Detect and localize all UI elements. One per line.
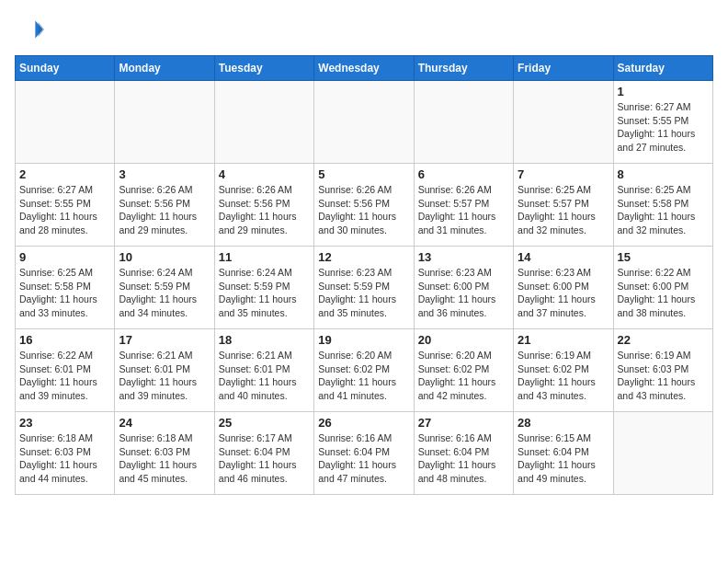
calendar-cell: 20Sunrise: 6:20 AM Sunset: 6:02 PM Dayli… — [414, 329, 513, 412]
calendar-cell — [613, 412, 712, 495]
day-number: 23 — [19, 416, 110, 430]
calendar-cell: 19Sunrise: 6:20 AM Sunset: 6:02 PM Dayli… — [314, 329, 414, 412]
day-number: 5 — [318, 167, 409, 181]
svg-marker-1 — [39, 22, 44, 37]
day-info: Sunrise: 6:18 AM Sunset: 6:03 PM Dayligh… — [119, 431, 210, 486]
day-number: 3 — [119, 167, 210, 181]
day-info: Sunrise: 6:21 AM Sunset: 6:01 PM Dayligh… — [119, 349, 210, 403]
calendar-weekday-tuesday: Tuesday — [214, 56, 313, 81]
day-number: 14 — [518, 250, 609, 264]
calendar-weekday-sunday: Sunday — [16, 56, 115, 81]
day-number: 28 — [518, 416, 609, 430]
calendar-week-row: 2Sunrise: 6:27 AM Sunset: 5:55 PM Daylig… — [16, 164, 713, 247]
calendar-cell: 4Sunrise: 6:26 AM Sunset: 5:56 PM Daylig… — [214, 164, 313, 247]
calendar-table: SundayMondayTuesdayWednesdayThursdayFrid… — [15, 55, 713, 495]
day-info: Sunrise: 6:25 AM Sunset: 5:57 PM Dayligh… — [518, 183, 609, 237]
calendar-week-row: 23Sunrise: 6:18 AM Sunset: 6:03 PM Dayli… — [16, 412, 713, 495]
day-info: Sunrise: 6:25 AM Sunset: 5:58 PM Dayligh… — [19, 266, 110, 320]
day-info: Sunrise: 6:23 AM Sunset: 6:00 PM Dayligh… — [518, 266, 609, 320]
day-info: Sunrise: 6:21 AM Sunset: 6:01 PM Dayligh… — [219, 349, 310, 403]
calendar-cell: 18Sunrise: 6:21 AM Sunset: 6:01 PM Dayli… — [214, 329, 313, 412]
day-info: Sunrise: 6:23 AM Sunset: 6:00 PM Dayligh… — [418, 266, 509, 320]
day-info: Sunrise: 6:15 AM Sunset: 6:04 PM Dayligh… — [518, 431, 609, 486]
calendar-cell: 23Sunrise: 6:18 AM Sunset: 6:03 PM Dayli… — [16, 412, 115, 495]
day-info: Sunrise: 6:26 AM Sunset: 5:56 PM Dayligh… — [318, 183, 409, 237]
calendar-cell — [214, 81, 313, 164]
calendar-week-row: 1Sunrise: 6:27 AM Sunset: 5:55 PM Daylig… — [16, 81, 713, 164]
calendar-cell: 13Sunrise: 6:23 AM Sunset: 6:00 PM Dayli… — [414, 247, 513, 329]
day-number: 2 — [19, 167, 110, 181]
calendar-cell — [314, 81, 414, 164]
calendar-cell: 27Sunrise: 6:16 AM Sunset: 6:04 PM Dayli… — [414, 412, 513, 495]
day-info: Sunrise: 6:27 AM Sunset: 5:55 PM Dayligh… — [618, 100, 709, 155]
calendar-cell: 16Sunrise: 6:22 AM Sunset: 6:01 PM Dayli… — [16, 329, 115, 412]
page-header — [15, 15, 713, 44]
day-info: Sunrise: 6:24 AM Sunset: 5:59 PM Dayligh… — [119, 266, 210, 320]
day-number: 16 — [19, 333, 110, 347]
day-info: Sunrise: 6:24 AM Sunset: 5:59 PM Dayligh… — [219, 266, 310, 320]
day-info: Sunrise: 6:20 AM Sunset: 6:02 PM Dayligh… — [418, 349, 509, 403]
calendar-cell: 21Sunrise: 6:19 AM Sunset: 6:02 PM Dayli… — [514, 329, 613, 412]
calendar-cell: 10Sunrise: 6:24 AM Sunset: 5:59 PM Dayli… — [115, 247, 214, 329]
calendar-cell: 28Sunrise: 6:15 AM Sunset: 6:04 PM Dayli… — [514, 412, 613, 495]
calendar-cell — [414, 81, 513, 164]
calendar-weekday-friday: Friday — [514, 56, 613, 81]
day-info: Sunrise: 6:26 AM Sunset: 5:57 PM Dayligh… — [418, 183, 509, 237]
calendar-cell: 22Sunrise: 6:19 AM Sunset: 6:03 PM Dayli… — [613, 329, 712, 412]
calendar-cell: 11Sunrise: 6:24 AM Sunset: 5:59 PM Dayli… — [214, 247, 313, 329]
day-number: 25 — [219, 416, 310, 430]
calendar-week-row: 9Sunrise: 6:25 AM Sunset: 5:58 PM Daylig… — [16, 247, 713, 329]
calendar-cell: 7Sunrise: 6:25 AM Sunset: 5:57 PM Daylig… — [514, 164, 613, 247]
calendar-cell — [16, 81, 115, 164]
calendar-cell: 6Sunrise: 6:26 AM Sunset: 5:57 PM Daylig… — [414, 164, 513, 247]
calendar-cell: 8Sunrise: 6:25 AM Sunset: 5:58 PM Daylig… — [613, 164, 712, 247]
calendar-cell — [514, 81, 613, 164]
calendar-cell: 3Sunrise: 6:26 AM Sunset: 5:56 PM Daylig… — [115, 164, 214, 247]
calendar-cell: 24Sunrise: 6:18 AM Sunset: 6:03 PM Dayli… — [115, 412, 214, 495]
calendar-cell: 9Sunrise: 6:25 AM Sunset: 5:58 PM Daylig… — [16, 247, 115, 329]
day-info: Sunrise: 6:16 AM Sunset: 6:04 PM Dayligh… — [418, 431, 509, 486]
calendar-header-row: SundayMondayTuesdayWednesdayThursdayFrid… — [16, 56, 713, 81]
day-number: 24 — [119, 416, 210, 430]
day-number: 7 — [518, 167, 609, 181]
day-number: 11 — [219, 250, 310, 264]
day-info: Sunrise: 6:17 AM Sunset: 6:04 PM Dayligh… — [219, 431, 310, 486]
day-number: 6 — [418, 167, 509, 181]
day-number: 22 — [618, 333, 709, 347]
calendar-cell: 26Sunrise: 6:16 AM Sunset: 6:04 PM Dayli… — [314, 412, 414, 495]
day-info: Sunrise: 6:20 AM Sunset: 6:02 PM Dayligh… — [318, 349, 409, 403]
day-number: 8 — [618, 167, 709, 181]
day-info: Sunrise: 6:23 AM Sunset: 5:59 PM Dayligh… — [318, 266, 409, 320]
calendar-cell: 15Sunrise: 6:22 AM Sunset: 6:00 PM Dayli… — [613, 247, 712, 329]
day-info: Sunrise: 6:26 AM Sunset: 5:56 PM Dayligh… — [219, 183, 310, 237]
day-info: Sunrise: 6:25 AM Sunset: 5:58 PM Dayligh… — [618, 183, 709, 237]
day-number: 9 — [19, 250, 110, 264]
calendar-cell: 12Sunrise: 6:23 AM Sunset: 5:59 PM Dayli… — [314, 247, 414, 329]
day-number: 20 — [418, 333, 509, 347]
day-number: 17 — [119, 333, 210, 347]
calendar-cell: 1Sunrise: 6:27 AM Sunset: 5:55 PM Daylig… — [613, 81, 712, 164]
calendar-weekday-saturday: Saturday — [613, 56, 712, 81]
day-number: 10 — [119, 250, 210, 264]
day-number: 4 — [219, 167, 310, 181]
day-info: Sunrise: 6:22 AM Sunset: 6:00 PM Dayligh… — [618, 266, 709, 320]
day-number: 27 — [418, 416, 509, 430]
day-number: 15 — [618, 250, 709, 264]
day-number: 26 — [318, 416, 409, 430]
calendar-weekday-thursday: Thursday — [414, 56, 513, 81]
calendar-weekday-wednesday: Wednesday — [314, 56, 414, 81]
calendar-cell: 25Sunrise: 6:17 AM Sunset: 6:04 PM Dayli… — [214, 412, 313, 495]
day-info: Sunrise: 6:27 AM Sunset: 5:55 PM Dayligh… — [19, 183, 110, 237]
calendar-cell — [115, 81, 214, 164]
calendar-cell: 14Sunrise: 6:23 AM Sunset: 6:00 PM Dayli… — [514, 247, 613, 329]
calendar-cell: 17Sunrise: 6:21 AM Sunset: 6:01 PM Dayli… — [115, 329, 214, 412]
day-info: Sunrise: 6:19 AM Sunset: 6:02 PM Dayligh… — [518, 349, 609, 403]
calendar-weekday-monday: Monday — [115, 56, 214, 81]
day-number: 19 — [318, 333, 409, 347]
day-info: Sunrise: 6:16 AM Sunset: 6:04 PM Dayligh… — [318, 431, 409, 486]
calendar-cell: 5Sunrise: 6:26 AM Sunset: 5:56 PM Daylig… — [314, 164, 414, 247]
calendar-week-row: 16Sunrise: 6:22 AM Sunset: 6:01 PM Dayli… — [16, 329, 713, 412]
day-info: Sunrise: 6:18 AM Sunset: 6:03 PM Dayligh… — [19, 431, 110, 486]
calendar-cell: 2Sunrise: 6:27 AM Sunset: 5:55 PM Daylig… — [16, 164, 115, 247]
day-number: 1 — [618, 85, 709, 98]
